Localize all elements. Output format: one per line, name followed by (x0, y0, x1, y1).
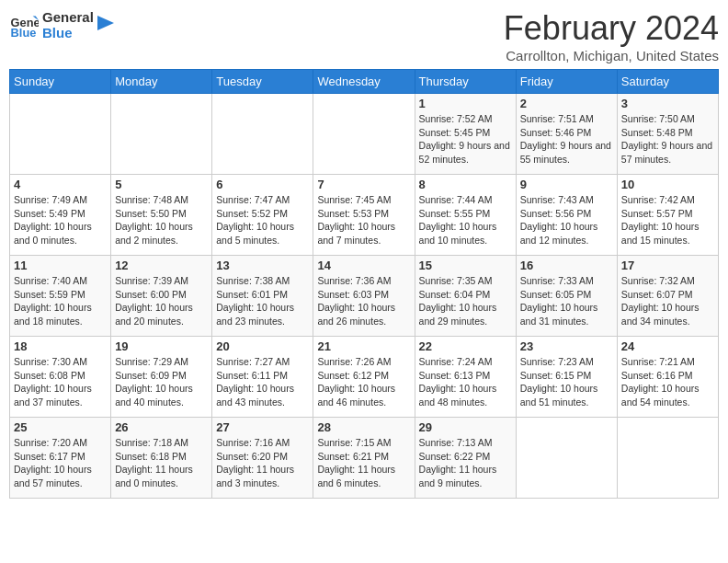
day-info: Sunrise: 7:30 AMSunset: 6:08 PMDaylight:… (14, 355, 107, 409)
day-number: 21 (317, 339, 410, 353)
calendar-cell (10, 94, 111, 175)
week-row-2: 4Sunrise: 7:49 AMSunset: 5:49 PMDaylight… (10, 175, 719, 256)
day-number: 7 (317, 178, 410, 191)
calendar-cell: 21Sunrise: 7:26 AMSunset: 6:12 PMDayligh… (313, 337, 415, 418)
svg-text:Blue: Blue (11, 26, 37, 40)
calendar-cell: 22Sunrise: 7:24 AMSunset: 6:13 PMDayligh… (415, 337, 516, 418)
day-header-friday: Friday (516, 70, 617, 94)
calendar-cell: 28Sunrise: 7:15 AMSunset: 6:21 PMDayligh… (313, 418, 415, 499)
calendar-cell: 4Sunrise: 7:49 AMSunset: 5:49 PMDaylight… (10, 175, 111, 256)
calendar-cell: 15Sunrise: 7:35 AMSunset: 6:04 PMDayligh… (415, 256, 516, 337)
calendar-table: SundayMondayTuesdayWednesdayThursdayFrid… (9, 69, 719, 499)
header-row: SundayMondayTuesdayWednesdayThursdayFrid… (10, 70, 719, 94)
calendar-cell: 1Sunrise: 7:52 AMSunset: 5:45 PMDaylight… (415, 94, 516, 175)
day-number: 20 (216, 339, 309, 353)
calendar-cell (313, 94, 415, 175)
calendar-cell: 6Sunrise: 7:47 AMSunset: 5:52 PMDaylight… (212, 175, 313, 256)
calendar-cell: 20Sunrise: 7:27 AMSunset: 6:11 PMDayligh… (212, 337, 313, 418)
day-number: 23 (520, 339, 613, 353)
week-row-5: 25Sunrise: 7:20 AMSunset: 6:17 PMDayligh… (10, 418, 719, 499)
calendar-cell: 13Sunrise: 7:38 AMSunset: 6:01 PMDayligh… (212, 256, 313, 337)
day-number: 10 (621, 178, 714, 191)
day-number: 29 (419, 420, 512, 434)
location: Carrollton, Michigan, United States (504, 48, 719, 63)
calendar-cell: 7Sunrise: 7:45 AMSunset: 5:53 PMDaylight… (313, 175, 415, 256)
calendar-cell: 2Sunrise: 7:51 AMSunset: 5:46 PMDaylight… (516, 94, 617, 175)
day-number: 15 (419, 259, 512, 272)
week-row-4: 18Sunrise: 7:30 AMSunset: 6:08 PMDayligh… (10, 337, 719, 418)
day-info: Sunrise: 7:13 AMSunset: 6:22 PMDaylight:… (419, 436, 512, 490)
day-info: Sunrise: 7:50 AMSunset: 5:48 PMDaylight:… (621, 112, 714, 167)
day-header-monday: Monday (111, 70, 212, 94)
day-header-sunday: Sunday (10, 70, 111, 94)
day-number: 9 (520, 178, 613, 191)
day-info: Sunrise: 7:20 AMSunset: 6:17 PMDaylight:… (14, 436, 107, 490)
calendar-cell: 17Sunrise: 7:32 AMSunset: 6:07 PMDayligh… (617, 256, 718, 337)
day-number: 4 (14, 178, 107, 191)
day-info: Sunrise: 7:52 AMSunset: 5:45 PMDaylight:… (419, 112, 512, 167)
day-info: Sunrise: 7:27 AMSunset: 6:11 PMDaylight:… (216, 355, 309, 409)
day-info: Sunrise: 7:40 AMSunset: 5:59 PMDaylight:… (14, 274, 107, 328)
day-number: 2 (520, 97, 613, 110)
week-row-1: 1Sunrise: 7:52 AMSunset: 5:45 PMDaylight… (10, 94, 719, 175)
logo: General Blue General Blue (9, 9, 116, 40)
calendar-cell: 12Sunrise: 7:39 AMSunset: 6:00 PMDayligh… (111, 256, 212, 337)
day-header-tuesday: Tuesday (212, 70, 313, 94)
title-block: February 2024 Carrollton, Michigan, Unit… (504, 9, 719, 63)
day-number: 18 (14, 339, 107, 353)
day-info: Sunrise: 7:47 AMSunset: 5:52 PMDaylight:… (216, 193, 309, 247)
day-number: 28 (317, 420, 410, 434)
day-number: 3 (621, 97, 714, 110)
day-info: Sunrise: 7:21 AMSunset: 6:16 PMDaylight:… (621, 355, 714, 409)
day-number: 1 (419, 97, 512, 110)
day-number: 5 (115, 178, 208, 191)
svg-marker-3 (97, 16, 114, 30)
calendar-cell: 27Sunrise: 7:16 AMSunset: 6:20 PMDayligh… (212, 418, 313, 499)
logo-blue: Blue (42, 25, 94, 40)
day-info: Sunrise: 7:38 AMSunset: 6:01 PMDaylight:… (216, 274, 309, 328)
day-header-saturday: Saturday (617, 70, 718, 94)
day-header-wednesday: Wednesday (313, 70, 415, 94)
calendar-cell: 23Sunrise: 7:23 AMSunset: 6:15 PMDayligh… (516, 337, 617, 418)
logo-icon: General Blue (9, 10, 39, 40)
day-number: 22 (419, 339, 512, 353)
calendar-cell: 3Sunrise: 7:50 AMSunset: 5:48 PMDaylight… (617, 94, 718, 175)
day-info: Sunrise: 7:26 AMSunset: 6:12 PMDaylight:… (317, 355, 410, 409)
day-info: Sunrise: 7:35 AMSunset: 6:04 PMDaylight:… (419, 274, 512, 328)
calendar-cell: 16Sunrise: 7:33 AMSunset: 6:05 PMDayligh… (516, 256, 617, 337)
day-number: 6 (216, 178, 309, 191)
month-title: February 2024 (504, 9, 719, 48)
calendar-cell: 11Sunrise: 7:40 AMSunset: 5:59 PMDayligh… (10, 256, 111, 337)
day-number: 27 (216, 420, 309, 434)
day-info: Sunrise: 7:49 AMSunset: 5:49 PMDaylight:… (14, 193, 107, 247)
day-info: Sunrise: 7:39 AMSunset: 6:00 PMDaylight:… (115, 274, 208, 328)
day-info: Sunrise: 7:45 AMSunset: 5:53 PMDaylight:… (317, 193, 410, 247)
day-number: 12 (115, 259, 208, 272)
week-row-3: 11Sunrise: 7:40 AMSunset: 5:59 PMDayligh… (10, 256, 719, 337)
calendar-cell: 10Sunrise: 7:42 AMSunset: 5:57 PMDayligh… (617, 175, 718, 256)
day-number: 19 (115, 339, 208, 353)
day-header-thursday: Thursday (415, 70, 516, 94)
logo-flag-icon (97, 16, 116, 34)
day-info: Sunrise: 7:15 AMSunset: 6:21 PMDaylight:… (317, 436, 410, 490)
day-info: Sunrise: 7:44 AMSunset: 5:55 PMDaylight:… (419, 193, 512, 247)
day-number: 13 (216, 259, 309, 272)
day-info: Sunrise: 7:24 AMSunset: 6:13 PMDaylight:… (419, 355, 512, 409)
calendar-cell (617, 418, 718, 499)
day-info: Sunrise: 7:43 AMSunset: 5:56 PMDaylight:… (520, 193, 613, 247)
day-info: Sunrise: 7:16 AMSunset: 6:20 PMDaylight:… (216, 436, 309, 490)
day-number: 25 (14, 420, 107, 434)
day-number: 14 (317, 259, 410, 272)
day-number: 11 (14, 259, 107, 272)
day-info: Sunrise: 7:29 AMSunset: 6:09 PMDaylight:… (115, 355, 208, 409)
day-info: Sunrise: 7:32 AMSunset: 6:07 PMDaylight:… (621, 274, 714, 328)
day-number: 17 (621, 259, 714, 272)
day-info: Sunrise: 7:33 AMSunset: 6:05 PMDaylight:… (520, 274, 613, 328)
day-number: 8 (419, 178, 512, 191)
day-info: Sunrise: 7:48 AMSunset: 5:50 PMDaylight:… (115, 193, 208, 247)
calendar-cell (212, 94, 313, 175)
day-info: Sunrise: 7:18 AMSunset: 6:18 PMDaylight:… (115, 436, 208, 490)
day-info: Sunrise: 7:36 AMSunset: 6:03 PMDaylight:… (317, 274, 410, 328)
calendar-cell: 26Sunrise: 7:18 AMSunset: 6:18 PMDayligh… (111, 418, 212, 499)
header: General Blue General Blue February 2024 … (9, 9, 719, 63)
